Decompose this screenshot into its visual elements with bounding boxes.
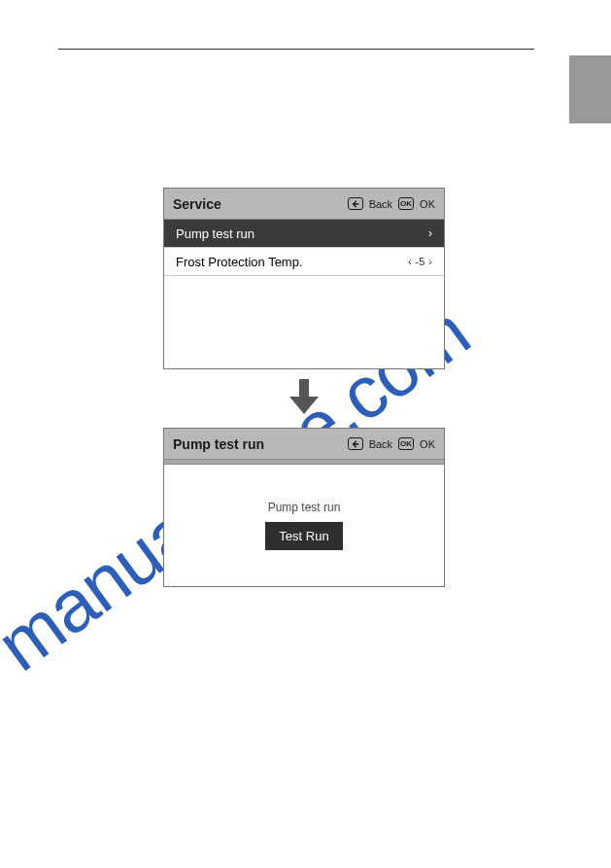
ok-icon[interactable]: OK xyxy=(398,197,414,210)
ok-label: OK xyxy=(420,438,435,450)
chevron-left-icon[interactable]: ‹ xyxy=(408,256,412,267)
service-screen: Service Back OK OK Pump test run › Frost… xyxy=(163,188,445,369)
header-actions: Back OK OK xyxy=(348,437,435,450)
back-label: Back xyxy=(369,438,392,450)
menu-item-label: Pump test run xyxy=(176,226,255,241)
menu-item-pump-test[interactable]: Pump test run › xyxy=(164,220,444,248)
body-label: Pump test run xyxy=(268,501,341,514)
header-actions: Back OK OK xyxy=(348,197,435,210)
screen-header: Pump test run Back OK OK xyxy=(164,429,444,460)
back-label: Back xyxy=(369,198,392,210)
test-run-button[interactable]: Test Run xyxy=(265,522,342,550)
pump-test-screen: Pump test run Back OK OK Pump test run T… xyxy=(163,428,445,587)
screen-title: Pump test run xyxy=(173,436,264,452)
menu-item-label: Frost Protection Temp. xyxy=(176,255,303,269)
screen-body: Pump test run Test Run xyxy=(164,465,444,586)
ok-label: OK xyxy=(420,198,435,210)
stepper-value: -5 xyxy=(416,256,425,267)
top-rule xyxy=(58,49,534,50)
ok-icon[interactable]: OK xyxy=(398,437,414,450)
screen-title: Service xyxy=(173,196,221,212)
screen-body-empty xyxy=(164,276,444,368)
menu-item-frost-protection[interactable]: Frost Protection Temp. ‹ -5 › xyxy=(164,248,444,276)
chevron-right-icon: › xyxy=(428,226,432,240)
value-stepper[interactable]: ‹ -5 › xyxy=(408,256,432,267)
back-icon[interactable] xyxy=(348,197,363,210)
chevron-right-icon[interactable]: › xyxy=(428,256,432,267)
back-icon[interactable] xyxy=(348,437,363,450)
side-tab xyxy=(569,55,611,123)
arrow-down-icon xyxy=(163,379,445,414)
screen-header: Service Back OK OK xyxy=(164,189,444,220)
content-area: Service Back OK OK Pump test run › Frost… xyxy=(163,188,445,587)
